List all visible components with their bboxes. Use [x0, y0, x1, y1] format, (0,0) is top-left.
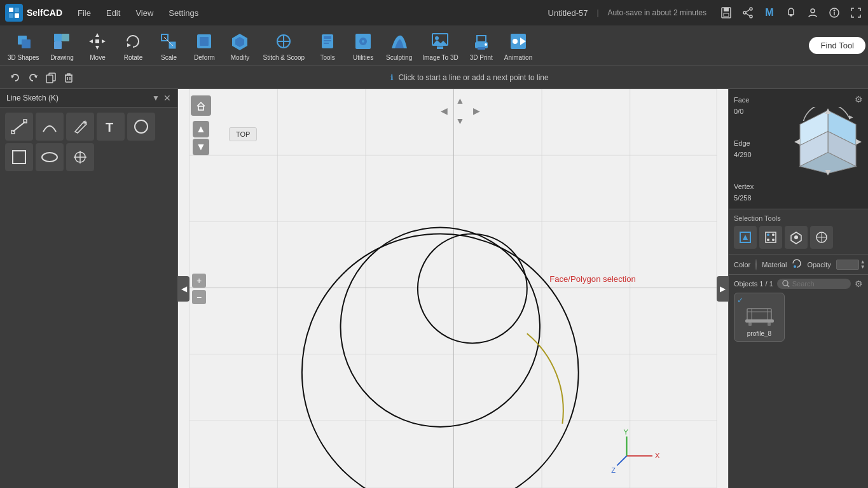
toolbar-move[interactable]: Move [79, 27, 115, 64]
sketch-tool-ellipse[interactable] [36, 143, 64, 171]
sketch-tool-rect[interactable] [5, 143, 33, 171]
color-label: Color [734, 261, 750, 268]
zoom-in-button[interactable]: + [192, 274, 206, 288]
toolbar-image3d[interactable]: Image To 3D [417, 27, 464, 64]
deform-label: Deform [194, 54, 215, 61]
document-title[interactable]: Untitled-57 [548, 8, 588, 18]
nav-up-button[interactable]: ▲ [193, 121, 209, 137]
delete-button[interactable] [60, 69, 78, 87]
find-tool-button[interactable]: Find Tool [809, 37, 865, 54]
svg-rect-53 [478, 47, 485, 50]
edit-menu[interactable]: Edit [100, 6, 127, 20]
sketch-tool-circle[interactable] [127, 113, 155, 141]
sketch-canvas[interactable]: Face/Polygon selection X Y Z [178, 89, 728, 488]
svg-marker-107 [849, 115, 853, 120]
svg-marker-27 [127, 43, 131, 47]
nav-right-arrow[interactable]: ▶ [473, 106, 480, 116]
collapse-left-button[interactable]: ◀ [178, 276, 189, 302]
status-info-icon: ℹ [390, 73, 394, 82]
toolbar-3dprint[interactable]: 3D Print [464, 27, 499, 64]
settings-menu[interactable]: Settings [162, 6, 205, 20]
objects-search-box[interactable] [777, 279, 851, 289]
svg-point-71 [42, 153, 57, 162]
canvas-area[interactable]: ◀ ▶ [178, 89, 728, 488]
toolbar-modify[interactable]: Modify [222, 27, 258, 64]
object-card-profile8[interactable]: ✓ profi [734, 293, 785, 342]
opacity-down-button[interactable]: ▼ [860, 265, 865, 270]
svg-rect-110 [766, 232, 776, 242]
sketch-tool-pen[interactable] [66, 113, 94, 141]
collapse-right-button[interactable]: ▶ [717, 276, 728, 302]
svg-rect-19 [54, 34, 62, 41]
zoom-out-button[interactable]: − [192, 290, 206, 304]
svg-text:T: T [106, 120, 113, 134]
sel-tool-3[interactable] [785, 226, 808, 249]
undo-button[interactable] [6, 69, 24, 87]
toolbar-3dshapes[interactable]: 3D Shapes [3, 27, 44, 64]
toolbar-deform[interactable]: Deform [186, 27, 222, 64]
sketch-tool-crosshair[interactable] [66, 143, 94, 171]
svg-point-113 [767, 239, 769, 241]
left-panel: Line Sketch (K) ▼ ✕ T [0, 89, 178, 488]
vertex-stat: Vertex 5/258 [734, 181, 754, 204]
sketch-tool-text[interactable]: T [97, 113, 125, 141]
svg-point-8 [750, 15, 752, 18]
svg-rect-18 [22, 39, 31, 48]
sketch-tool-line[interactable] [5, 113, 33, 141]
toolbar-tools[interactable]: Tools [310, 27, 345, 64]
save-icon[interactable] [719, 6, 733, 20]
toolbar-stitch[interactable]: Stitch & Scoop [258, 27, 310, 64]
sel-tool-1[interactable] [734, 226, 757, 249]
info-icon[interactable] [827, 6, 841, 20]
toolbar-animation[interactable]: Animation [499, 27, 537, 64]
drawing-label: Drawing [50, 54, 74, 61]
sel-tool-2[interactable] [759, 226, 782, 249]
toolbar-scale[interactable]: Scale [151, 27, 186, 64]
svg-point-7 [750, 8, 752, 10]
svg-line-11 [746, 13, 750, 16]
sketch-tool-curve[interactable] [36, 113, 64, 141]
nav-top-arrow[interactable]: ▲ [456, 95, 465, 106]
modify-icon [228, 30, 251, 53]
svg-rect-3 [15, 13, 19, 18]
objects-settings-icon[interactable]: ⚙ [855, 279, 863, 289]
selection-tools-title: Selection Tools [734, 214, 863, 222]
m-icon[interactable]: M [762, 6, 776, 20]
share-icon[interactable] [741, 6, 755, 20]
home-view-button[interactable] [191, 95, 211, 116]
svg-line-10 [746, 10, 750, 12]
nav-left-arrow[interactable]: ◀ [441, 106, 448, 116]
duplicate-button[interactable] [42, 69, 60, 87]
notification-icon[interactable] [784, 6, 798, 20]
nav-bottom-arrow[interactable]: ▼ [456, 116, 465, 126]
image3d-label: Image To 3D [422, 54, 458, 61]
view-cube-settings-icon[interactable]: ⚙ [855, 94, 863, 104]
toolbar-rotate[interactable]: Rotate [115, 27, 151, 64]
fullscreen-icon[interactable] [849, 6, 863, 20]
sel-tool-4[interactable] [810, 226, 833, 249]
redo-button[interactable] [24, 69, 42, 87]
selection-stats: Face 0/0 Edge 4/290 Vertex 5/258 [734, 94, 754, 204]
undo-bar: ℹ Click to start a line or add a next po… [0, 66, 868, 89]
nav-down-button[interactable]: ▼ [193, 139, 209, 155]
panel-dropdown-arrow[interactable]: ▼ [152, 94, 160, 102]
opacity-input[interactable]: 100 [836, 260, 859, 270]
objects-search-input[interactable] [792, 280, 837, 288]
svg-rect-20 [62, 34, 69, 41]
material-icon[interactable] [792, 258, 802, 270]
file-menu[interactable]: File [71, 6, 97, 20]
deform-icon [193, 30, 216, 53]
app-logo[interactable]: SelfCAD [5, 4, 62, 22]
user-icon[interactable] [806, 6, 820, 20]
zoom-controls: + − [192, 274, 206, 304]
view-cube[interactable] [793, 107, 863, 177]
right-panel: Face 0/0 Edge 4/290 Vertex 5/258 ⚙ [728, 89, 868, 488]
toolbar-drawing[interactable]: Drawing [44, 27, 79, 64]
panel-close-button[interactable]: ✕ [163, 93, 171, 103]
color-swatch[interactable] [755, 259, 757, 270]
svg-rect-75 [189, 89, 717, 488]
view-menu[interactable]: View [129, 6, 160, 20]
toolbar-sculpting[interactable]: Sculpting [381, 27, 417, 64]
toolbar-utilities[interactable]: Utilities [345, 27, 381, 64]
color-material-section: Color Material Opacity 100 ▲ ▼ [729, 254, 868, 275]
